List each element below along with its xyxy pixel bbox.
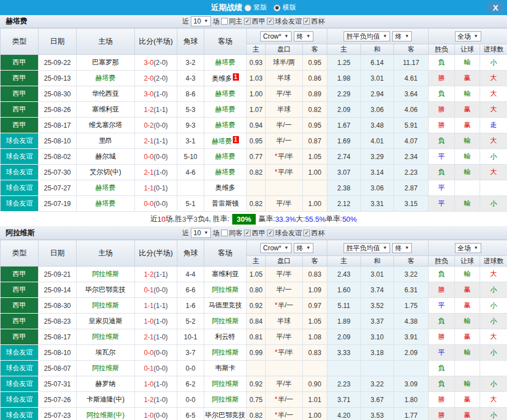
layout-radio[interactable]: 竖版	[245, 3, 267, 12]
team-label: 里昂	[99, 137, 112, 144]
result-outcome: 勝	[429, 102, 455, 118]
match-count-dropdown[interactable]: 10▼	[191, 16, 211, 26]
team-label: 华伦西亚	[92, 90, 119, 97]
summary-segment: 赢率:	[259, 214, 275, 224]
odds-away	[303, 361, 327, 376]
checkbox-icon: ✓	[267, 18, 274, 25]
col-header-type: 类型	[1, 240, 39, 267]
avg-home: 3.07	[327, 165, 361, 180]
league-type-badge: 球会友谊	[1, 165, 39, 180]
league-type-badge: 球会友谊	[1, 133, 39, 149]
match-date: 25-07-26	[39, 392, 77, 408]
team-label: 塞维利亚	[212, 270, 239, 278]
league-type-badge: 西甲	[1, 314, 39, 329]
handicap: *半/一	[266, 298, 303, 314]
sub-header: 进球数	[480, 44, 507, 55]
odds-home: 0.92	[247, 298, 266, 314]
home-team: 维戈塞尔塔	[77, 118, 135, 133]
filter-checkbox[interactable]: ✓西杯	[303, 228, 325, 238]
home-team: 阿拉维斯(中)	[77, 408, 135, 420]
avg-away: 2.23	[394, 165, 429, 180]
avg-home: 1.60	[327, 282, 361, 298]
filter-checkbox[interactable]: ✓西甲	[244, 17, 265, 26]
summary-segment: 3	[194, 215, 198, 223]
chevron-down-icon: ▼	[383, 244, 387, 252]
avg-away	[394, 361, 429, 376]
filter-checkbox[interactable]: ✓西甲	[244, 228, 265, 238]
scope-dropdown[interactable]: 全场▼	[455, 243, 481, 253]
away-team: 赫塔费	[204, 149, 247, 165]
match-row: 球会友谊 25-07-19 赫塔费 0-0(0-0) 5-1 普雷斯顿 0.82…	[1, 196, 507, 212]
filter-checkbox[interactable]: 同客	[221, 228, 242, 238]
avg-home: 1.25	[327, 55, 361, 71]
asterisk-mark: *	[275, 168, 278, 176]
team-label: 马德里竞技	[209, 301, 242, 309]
result-outcome: 勝	[429, 392, 455, 408]
avg-time-dropdown[interactable]: 终▼	[392, 243, 412, 253]
odds-home: 0.95	[247, 133, 266, 149]
odds-away: 0.95	[303, 118, 327, 133]
avg-draw: 3.31	[361, 196, 394, 212]
odds-source-dropdown[interactable]: Crow*▼	[260, 243, 292, 253]
league-type-badge: 球会友谊	[1, 196, 39, 212]
col-header-score: 比分(半场)	[135, 29, 177, 55]
score: 1-0(0-0)	[135, 408, 177, 420]
match-row: 西甲 25-08-23 皇家贝迪斯 1-0(1-0) 5-2 阿拉维斯 0.84…	[1, 314, 507, 329]
chevron-down-icon: ▼	[405, 244, 409, 252]
odds-away: 1.08	[303, 329, 327, 345]
match-row: 西甲 25-09-22 巴塞罗那 3-0(2-0) 3-2 赫塔费 0.93 球…	[1, 55, 507, 71]
result-goals: 小	[480, 345, 507, 361]
chevron-down-icon: ▼	[474, 244, 478, 252]
match-date: 25-07-31	[39, 376, 77, 392]
filter-checkbox[interactable]: ✓球会友谊	[267, 17, 302, 26]
avg-draw: 3.74	[361, 282, 394, 298]
result-outcome: 負	[429, 165, 455, 180]
dropdown-value: Crow*	[263, 32, 281, 40]
match-row: 球会友谊 25-07-27 赫塔费 1-1(0-1) 奥维多 2.38 3.06…	[1, 180, 507, 196]
odds-time-dropdown[interactable]: 终▼	[294, 243, 313, 253]
corner-score: 5-1	[177, 196, 204, 212]
filter-checkbox[interactable]: 同主	[221, 17, 242, 26]
match-count-dropdown[interactable]: 10▼	[191, 228, 211, 238]
league-type-badge: 西甲	[1, 71, 39, 86]
league-type-badge: 球会友谊	[1, 408, 39, 420]
avg-home: 1.98	[327, 71, 361, 86]
sub-header: 进球数	[480, 256, 507, 267]
layout-radio[interactable]: 横版	[274, 3, 296, 12]
half-score: (0-0)	[154, 365, 168, 372]
checkbox-icon: ✓	[303, 18, 310, 25]
team-label: 赫塔费	[215, 168, 236, 176]
match-row: 球会友谊 25-08-10 埃瓦尔 0-0(0-0) 3-7 阿拉维斯 0.99…	[1, 345, 507, 361]
avg-home: 3.71	[327, 392, 361, 408]
filter-checkbox[interactable]: ✓西杯	[303, 17, 325, 26]
avg-dropdown[interactable]: 胜平负均值▼	[344, 31, 390, 41]
handicap: 平/半	[266, 86, 303, 102]
away-team: 赫塔费1	[204, 133, 247, 149]
away-team: 韦斯卡	[204, 361, 247, 376]
handicap: 平/半	[266, 267, 303, 282]
result-goals: 大	[480, 71, 507, 86]
close-icon[interactable]: X	[487, 2, 504, 13]
sub-header: 和	[361, 44, 394, 55]
avg-home: 2.38	[327, 180, 361, 196]
avg-home: 4.20	[327, 408, 361, 420]
odds-source-dropdown[interactable]: Crow*▼	[260, 31, 292, 41]
full-score: 1-0	[144, 380, 153, 388]
scope-dropdown[interactable]: 全场▼	[455, 31, 481, 41]
handicap	[266, 180, 303, 196]
half-score: (0-0)	[154, 122, 168, 129]
summary-segment: 55.5%	[305, 215, 326, 223]
filter-checkbox[interactable]: ✓球会友谊	[267, 228, 302, 238]
avg-away: 3.64	[394, 86, 429, 102]
col-header-score: 比分(半场)	[135, 240, 177, 267]
avg-time-dropdown[interactable]: 终▼	[392, 31, 412, 41]
card-badge: 1	[233, 136, 239, 143]
sub-header: 让球	[455, 44, 480, 55]
radio-label: 横版	[283, 3, 296, 12]
avg-dropdown[interactable]: 胜平负均值▼	[344, 243, 390, 253]
home-team: 皇家贝迪斯	[77, 314, 135, 329]
avg-away: 3.15	[394, 196, 429, 212]
odds-group-header: Crow*▼ 终▼	[247, 29, 327, 44]
odds-time-dropdown[interactable]: 终▼	[294, 31, 313, 41]
handicap: *平/半	[266, 165, 303, 180]
